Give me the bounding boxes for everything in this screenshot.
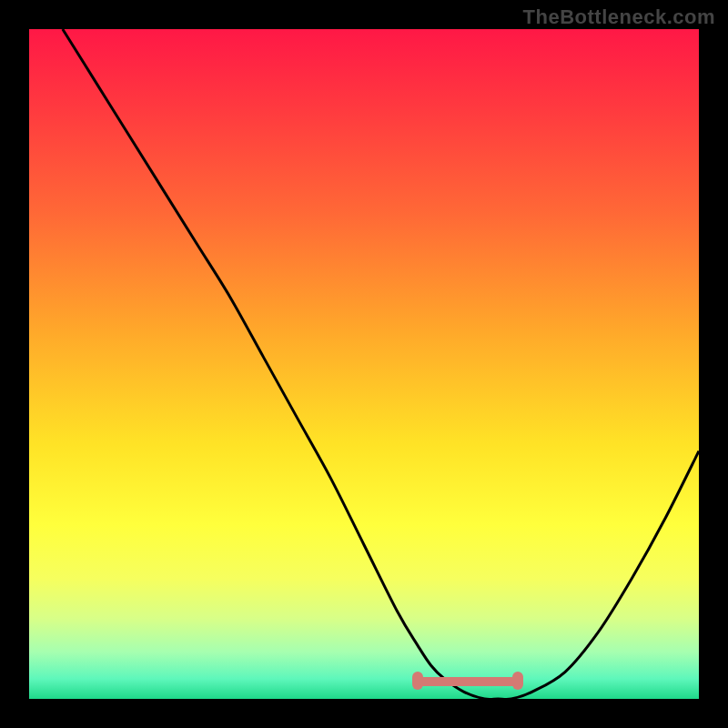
valley-marker-right [512, 672, 523, 690]
plot-area [29, 29, 699, 699]
watermark-text: TheBottleneck.com [523, 5, 715, 29]
valley-marker-left [412, 672, 423, 690]
bottleneck-curve [29, 29, 699, 699]
curve-path [63, 29, 699, 700]
chart-frame: TheBottleneck.com [0, 0, 728, 728]
valley-band [418, 677, 518, 686]
